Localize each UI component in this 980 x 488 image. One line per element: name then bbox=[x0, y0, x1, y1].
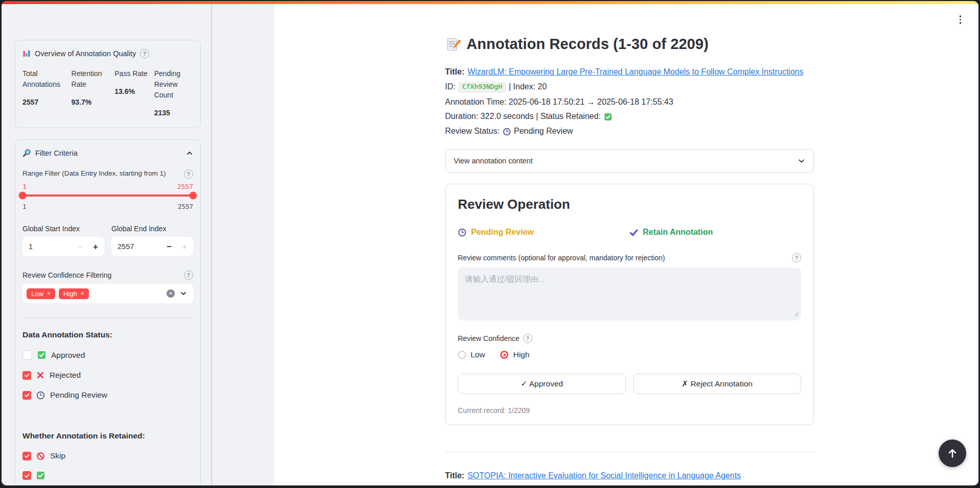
review-comments-label: Review comments (optional for approval, … bbox=[458, 254, 665, 262]
end-index-label: Global End Index bbox=[111, 225, 193, 233]
checkbox[interactable] bbox=[22, 371, 31, 380]
paper-title-link[interactable]: WizardLM: Empowering Large Pre-Trained L… bbox=[468, 67, 803, 78]
clock-emoji-icon bbox=[36, 391, 45, 400]
radio-button-selected[interactable] bbox=[500, 351, 508, 359]
sidebar-scrollbar[interactable] bbox=[211, 4, 212, 485]
slider-end-value: 2557 bbox=[177, 183, 193, 190]
chevron-down-icon[interactable] bbox=[180, 290, 187, 297]
clear-all-icon[interactable]: ✕ bbox=[167, 289, 175, 298]
purple-check-icon bbox=[629, 228, 638, 237]
record-divider bbox=[445, 452, 814, 452]
radio-high[interactable]: High bbox=[500, 350, 529, 359]
slider-start-value: 1 bbox=[22, 183, 27, 190]
radio-button[interactable] bbox=[458, 351, 466, 359]
textarea-placeholder: 请输入通过/驳回理由... bbox=[465, 274, 794, 285]
decrement-button: − bbox=[78, 242, 83, 251]
pending-review-status: Pending Review bbox=[458, 228, 629, 237]
prohibited-emoji-icon bbox=[36, 452, 45, 460]
checkbox-skip[interactable]: Skip bbox=[22, 451, 193, 460]
review-comments-textarea[interactable]: 请输入通过/驳回理由... bbox=[458, 267, 801, 321]
cross-mark-emoji-icon bbox=[36, 371, 44, 379]
start-index-label: Global Start Index bbox=[22, 225, 104, 233]
help-icon[interactable]: ? bbox=[184, 169, 193, 179]
duration: Duration: 322.0 seconds | Status Retaine… bbox=[445, 111, 601, 122]
scroll-to-top-button[interactable] bbox=[939, 440, 966, 467]
checkbox-pending-review[interactable]: Pending Review bbox=[22, 391, 193, 400]
memo-icon bbox=[445, 37, 460, 52]
metric-pending-review-count: Pending Review Count 2135 bbox=[154, 68, 193, 118]
approve-button[interactable]: ✓ Approved bbox=[458, 374, 626, 394]
annotation-time: Annotation Time: 2025-06-18 17:50:21 → 2… bbox=[445, 97, 673, 108]
overview-metrics: Total Annotations 2557 Retention Rate 93… bbox=[22, 68, 193, 118]
end-index-input[interactable]: 2557 − + bbox=[111, 237, 193, 256]
help-icon[interactable]: ? bbox=[140, 49, 149, 58]
tag-remove-icon[interactable]: × bbox=[47, 290, 51, 297]
radio-low[interactable]: Low bbox=[458, 350, 485, 359]
checkbox-retain-partial[interactable] bbox=[22, 471, 193, 480]
metric-retention-rate: Retention Rate 93.7% bbox=[72, 68, 109, 118]
review-panel-title: Review Operation bbox=[458, 197, 801, 212]
current-record-caption: Current record: 1/2209 bbox=[458, 406, 801, 414]
resize-grip-icon[interactable] bbox=[794, 309, 799, 319]
arrow-up-icon bbox=[947, 448, 958, 459]
confidence-filter-label: Review Confidence Filtering bbox=[22, 271, 111, 279]
sidebar: Overview of Annotation Quality ? Total A… bbox=[2, 4, 274, 485]
help-icon[interactable]: ? bbox=[184, 271, 193, 280]
retain-annotation-status: Retain Annotation bbox=[629, 228, 801, 237]
review-status: Pending Review bbox=[514, 126, 573, 137]
filter-criteria-card: Filter Criteria Range Filter (Data Entry… bbox=[15, 139, 201, 485]
annotation-content-expander[interactable]: View annotation content bbox=[445, 149, 814, 173]
slider-handle-start[interactable] bbox=[19, 192, 27, 200]
review-confidence-label: Review Confidence bbox=[458, 334, 520, 343]
checkbox-approved[interactable]: Approved bbox=[22, 350, 193, 360]
clock-emoji-icon bbox=[458, 228, 466, 237]
tag-remove-icon[interactable]: × bbox=[81, 290, 84, 297]
sidebar-divider bbox=[22, 318, 193, 318]
paper-title-link[interactable]: SOTOPIA: Interactive Evaluation for Soci… bbox=[468, 471, 741, 481]
checkbox-rejected[interactable]: Rejected bbox=[22, 371, 193, 380]
chevron-up-icon[interactable] bbox=[186, 150, 193, 157]
status-heading: Data Annotation Status: bbox=[22, 330, 193, 339]
record-block: Title: WizardLM: Empowering Large Pre-Tr… bbox=[445, 67, 814, 425]
check-mark-emoji-icon bbox=[36, 471, 45, 480]
checkbox[interactable] bbox=[22, 471, 31, 480]
tag-high[interactable]: High × bbox=[59, 288, 89, 299]
range-filter-label: Range Filter (Data Entry Index, starting… bbox=[22, 169, 166, 177]
tag-low[interactable]: Low × bbox=[27, 288, 55, 299]
retained-heading: Whether Annotation is Retained: bbox=[22, 431, 193, 441]
check-mark-emoji-icon bbox=[604, 113, 612, 121]
chevron-down-icon bbox=[798, 157, 805, 165]
slider-max-label: 2557 bbox=[178, 203, 193, 210]
check-mark-emoji-icon bbox=[37, 351, 46, 359]
metric-total-annotations: Total Annotations 2557 bbox=[22, 68, 65, 118]
bar-chart-icon bbox=[22, 50, 31, 58]
reject-button[interactable]: ✗ Reject Annotation bbox=[633, 374, 801, 394]
record-id: CfXh93NDgH bbox=[458, 82, 505, 93]
help-icon[interactable]: ? bbox=[523, 334, 532, 343]
metric-pass-rate: Pass Rate 13.6% bbox=[114, 68, 148, 118]
record-index: | Index: 20 bbox=[509, 82, 547, 92]
checkbox[interactable] bbox=[22, 391, 31, 400]
range-slider[interactable] bbox=[22, 194, 193, 197]
slider-min-label: 1 bbox=[22, 203, 27, 210]
record-block: Title: SOTOPIA: Interactive Evaluation f… bbox=[445, 471, 814, 485]
increment-button[interactable]: + bbox=[93, 242, 98, 251]
help-icon[interactable]: ? bbox=[792, 253, 801, 262]
main-area: Annotation Records (1-30 of 2209) Title:… bbox=[274, 4, 978, 485]
filter-title: Filter Criteria bbox=[35, 149, 78, 157]
start-index-input[interactable]: 1 − + bbox=[22, 237, 104, 256]
confidence-multiselect[interactable]: Low × High × ✕ bbox=[22, 284, 193, 303]
review-operation-panel: Review Operation Pending Review bbox=[445, 184, 814, 425]
page-title: Annotation Records (1-30 of 2209) bbox=[445, 36, 814, 53]
decrement-button[interactable]: − bbox=[167, 242, 172, 251]
checkbox[interactable] bbox=[22, 350, 32, 360]
checkbox[interactable] bbox=[22, 452, 31, 460]
overview-card: Overview of Annotation Quality ? Total A… bbox=[15, 40, 201, 128]
slider-handle-end[interactable] bbox=[190, 192, 197, 200]
window-frame: Overview of Annotation Quality ? Total A… bbox=[0, 0, 980, 488]
search-icon bbox=[22, 149, 31, 157]
clock-emoji-icon bbox=[503, 128, 511, 136]
overflow-menu-icon[interactable] bbox=[958, 13, 964, 26]
increment-button: + bbox=[182, 242, 187, 251]
overview-title: Overview of Annotation Quality bbox=[35, 50, 136, 58]
